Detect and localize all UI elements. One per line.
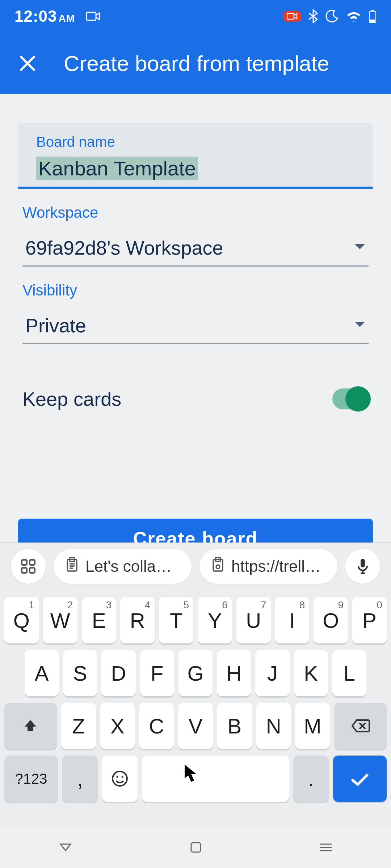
svg-rect-1 (287, 13, 294, 19)
chevron-down-icon (354, 243, 366, 252)
key-q[interactable]: 1Q (4, 597, 39, 643)
key-row-3: Z X C V B N M (4, 703, 387, 749)
close-button[interactable] (17, 52, 38, 74)
board-name-input[interactable]: Kanban Template (36, 157, 198, 180)
visibility-field: Visibility Private (18, 267, 373, 344)
nav-home-icon[interactable] (190, 841, 202, 855)
workspace-field: Workspace 69fa92d8's Workspace (18, 189, 373, 267)
key-x[interactable]: X (100, 703, 135, 749)
key-v[interactable]: V (178, 703, 213, 749)
key-d[interactable]: D (101, 650, 135, 696)
svg-rect-4 (370, 20, 375, 22)
keyboard: Let's collabo… https://trello… 1Q 2W 3E … (0, 542, 391, 868)
clipboard-link-icon (211, 557, 225, 576)
suggestion-1[interactable]: Let's collabo… (54, 549, 192, 584)
app-bar: Create board from template (0, 33, 391, 94)
key-a[interactable]: A (25, 650, 59, 696)
battery-icon (369, 9, 377, 23)
key-u[interactable]: 7U (236, 597, 271, 643)
clipboard-icon (65, 557, 79, 576)
svg-rect-5 (22, 560, 27, 565)
key-n[interactable]: N (256, 703, 291, 749)
suggestion-1-text: Let's collabo… (85, 557, 180, 575)
key-row-1: 1Q 2W 3E 4R 5T 6Y 7U 8I 9O 0P (4, 597, 387, 643)
key-j[interactable]: J (255, 650, 289, 696)
svg-rect-13 (361, 559, 365, 567)
key-row-2: A S D F G H J K L (4, 650, 387, 696)
bluetooth-icon (308, 9, 318, 24)
status-time: 12:03AM (14, 7, 75, 25)
svg-rect-7 (22, 568, 27, 573)
page-title: Create board from template (64, 51, 329, 76)
suggestion-bar: Let's collabo… https://trello… (0, 543, 391, 590)
visibility-select[interactable]: Private (22, 314, 369, 344)
visibility-value: Private (25, 314, 86, 337)
comma-key[interactable]: , (62, 756, 98, 802)
key-p[interactable]: 0P (352, 597, 387, 643)
key-g[interactable]: G (178, 650, 213, 696)
keep-cards-row: Keep cards (18, 344, 373, 410)
key-k[interactable]: K (294, 650, 328, 696)
visibility-label: Visibility (22, 282, 369, 299)
workspace-label: Workspace (22, 204, 369, 221)
svg-rect-8 (30, 568, 35, 573)
workspace-select[interactable]: 69fa92d8's Workspace (22, 237, 369, 267)
svg-rect-17 (191, 843, 201, 852)
enter-key[interactable] (333, 756, 387, 802)
key-t[interactable]: 5T (159, 597, 193, 643)
key-c[interactable]: C (139, 703, 174, 749)
key-s[interactable]: S (63, 650, 97, 696)
key-o[interactable]: 9O (314, 597, 348, 643)
key-i[interactable]: 8I (275, 597, 310, 643)
workspace-value: 69fa92d8's Workspace (25, 237, 223, 259)
status-bar: 12:03AM (0, 0, 391, 33)
suggestion-2-text: https://trello… (231, 557, 326, 575)
svg-point-15 (117, 776, 118, 778)
key-l[interactable]: L (332, 650, 366, 696)
key-w[interactable]: 2W (43, 597, 77, 643)
record-badge-icon (283, 11, 301, 22)
svg-rect-0 (87, 12, 96, 20)
svg-rect-6 (30, 560, 35, 565)
period-key[interactable]: . (293, 756, 329, 802)
key-y[interactable]: 6Y (198, 597, 232, 643)
svg-rect-3 (371, 10, 374, 11)
nav-back-icon[interactable] (58, 842, 73, 854)
form-content: Board name Kanban Template Workspace 69f… (0, 94, 391, 558)
key-f[interactable]: F (140, 650, 174, 696)
camera-icon (86, 11, 101, 22)
key-r[interactable]: 4R (120, 597, 155, 643)
key-b[interactable]: B (217, 703, 252, 749)
key-h[interactable]: H (217, 650, 251, 696)
keep-cards-toggle[interactable] (332, 388, 369, 409)
voice-input-button[interactable] (345, 549, 380, 584)
key-row-4: ?123 , . (4, 756, 387, 802)
nav-recents-icon[interactable] (319, 842, 333, 854)
board-name-label: Board name (36, 134, 355, 150)
backspace-key[interactable] (334, 703, 387, 749)
keep-cards-label: Keep cards (22, 388, 121, 410)
symbols-key[interactable]: ?123 (4, 756, 58, 802)
keyboard-apps-button[interactable] (11, 549, 46, 584)
status-time-text: 12:03 (14, 7, 57, 25)
shift-key[interactable] (4, 703, 57, 749)
svg-point-16 (122, 776, 123, 778)
key-z[interactable]: Z (61, 703, 96, 749)
key-m[interactable]: M (295, 703, 330, 749)
key-e[interactable]: 3E (82, 597, 116, 643)
moon-icon (325, 9, 339, 23)
svg-point-14 (113, 771, 127, 786)
status-time-ampm: AM (59, 13, 75, 24)
space-key[interactable] (142, 756, 289, 802)
wifi-icon (346, 10, 361, 22)
system-nav-bar (0, 828, 391, 868)
suggestion-2[interactable]: https://trello… (199, 549, 337, 584)
chevron-down-icon (354, 321, 366, 330)
emoji-key[interactable] (102, 756, 138, 802)
board-name-field[interactable]: Board name Kanban Template (18, 123, 373, 189)
